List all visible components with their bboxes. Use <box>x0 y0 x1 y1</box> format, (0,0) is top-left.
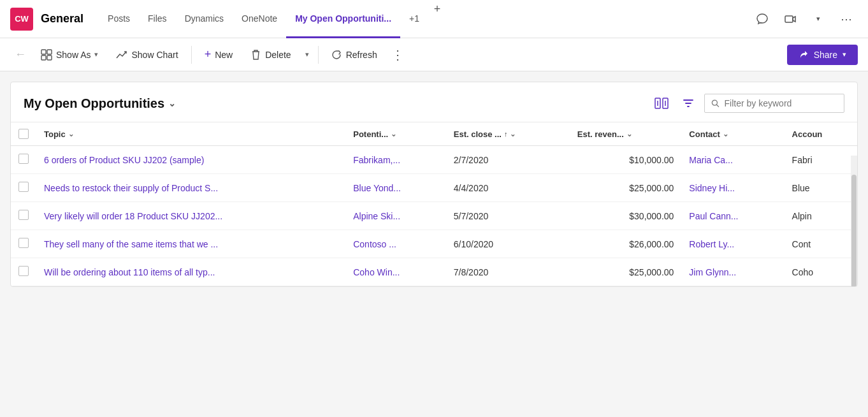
row-contact-link[interactable]: Sidney Hi... <box>689 183 735 193</box>
row-potential-link[interactable]: Alpine Ski... <box>353 211 400 221</box>
est-revenue-column-header[interactable]: Est. reven... ⌄ <box>570 122 682 146</box>
opportunities-panel: My Open Opportunities ⌄ <box>10 82 858 287</box>
show-chart-label: Show Chart <box>131 50 178 60</box>
table-wrapper: Topic ⌄ Potenti... ⌄ Est <box>11 122 857 286</box>
row-est-close: 6/10/2020 <box>446 230 570 258</box>
row-checkbox-cell <box>11 202 36 230</box>
est-revenue-column-label: Est. reven... <box>577 129 624 139</box>
row-potential-link[interactable]: Coho Win... <box>353 267 400 277</box>
search-icon <box>711 99 720 108</box>
more-vertical-icon: ⋮ <box>391 47 404 62</box>
row-checkbox-cell <box>11 230 36 258</box>
row-est-revenue: $25,000.00 <box>570 174 682 202</box>
svg-line-10 <box>717 105 719 106</box>
scrollbar-track[interactable] <box>851 156 857 286</box>
panel-title-chevron-icon[interactable]: ⌄ <box>168 98 176 108</box>
topic-column-header[interactable]: Topic ⌄ <box>36 122 345 146</box>
video-icon-button[interactable] <box>779 8 802 31</box>
row-topic-link[interactable]: Very likely will order 18 Product SKU JJ… <box>44 211 222 221</box>
row-contact: Paul Cann... <box>681 202 784 230</box>
est-close-column-header[interactable]: Est. close ... ↑ ⌄ <box>446 122 570 146</box>
row-est-close: 4/4/2020 <box>446 174 570 202</box>
nav-tab-dynamics[interactable]: Dynamics <box>176 1 233 38</box>
est-close-sort-icon: ↑ <box>504 130 508 138</box>
row-topic-link[interactable]: They sell many of the same items that we… <box>44 239 218 249</box>
nav-tab-my-open-opportuniti---[interactable]: My Open Opportuniti... <box>286 1 400 38</box>
svg-rect-2 <box>47 50 52 54</box>
potential-sort-icon: ⌄ <box>391 130 396 138</box>
table-header: Topic ⌄ Potenti... ⌄ Est <box>11 122 857 146</box>
refresh-icon <box>331 49 342 61</box>
row-account: Blue <box>785 174 857 202</box>
row-checkbox-cell <box>11 146 36 174</box>
filter-keyword-input[interactable] <box>725 98 837 108</box>
potential-column-header[interactable]: Potenti... ⌄ <box>345 122 446 146</box>
share-button[interactable]: Share ▾ <box>787 45 858 65</box>
show-chart-button[interactable]: Show Chart <box>108 45 185 64</box>
nav-tab-files[interactable]: Files <box>139 1 176 38</box>
row-potential-link[interactable]: Contoso ... <box>353 239 396 249</box>
delete-dropdown-button[interactable]: ▾ <box>301 47 313 62</box>
video-chevron-button[interactable]: ▾ <box>807 8 830 31</box>
account-column-header: Accoun <box>785 122 857 146</box>
delete-label: Delete <box>265 50 291 60</box>
toolbar-divider-2 <box>318 46 319 64</box>
topic-sort-icon: ⌄ <box>68 130 74 138</box>
show-as-button[interactable]: Show As ▾ <box>33 45 106 64</box>
delete-chevron-icon: ▾ <box>305 50 309 59</box>
row-potential: Alpine Ski... <box>345 202 446 230</box>
row-potential-link[interactable]: Fabrikam,... <box>353 155 400 165</box>
panel-title: My Open Opportunities ⌄ <box>24 96 176 111</box>
row-est-revenue: $10,000.00 <box>570 146 682 174</box>
row-contact: Sidney Hi... <box>681 174 784 202</box>
row-potential-link[interactable]: Blue Yond... <box>353 183 401 193</box>
row-topic-link[interactable]: 6 orders of Product SKU JJ202 (sample) <box>44 155 204 165</box>
scrollbar-thumb[interactable] <box>851 175 857 286</box>
row-topic: Very likely will order 18 Product SKU JJ… <box>36 202 345 230</box>
contact-column-header[interactable]: Contact ⌄ <box>681 122 784 146</box>
new-button[interactable]: + New <box>197 44 241 65</box>
table-row: Needs to restock their supply of Product… <box>11 174 857 202</box>
row-potential: Fabrikam,... <box>345 146 446 174</box>
delete-button[interactable]: Delete <box>243 45 298 64</box>
app-title: General <box>41 12 83 26</box>
row-checkbox[interactable] <box>18 238 29 248</box>
nav-tab-onenote[interactable]: OneNote <box>233 1 286 38</box>
row-contact-link[interactable]: Maria Ca... <box>689 155 732 165</box>
row-topic-link[interactable]: Will be ordering about 110 items of all … <box>44 267 215 277</box>
row-contact-link[interactable]: Robert Ly... <box>689 239 734 249</box>
show-as-icon <box>41 49 52 61</box>
row-contact-link[interactable]: Jim Glynn... <box>689 267 736 277</box>
row-checkbox-cell <box>11 174 36 202</box>
row-contact-link[interactable]: Paul Cann... <box>689 211 738 221</box>
more-icon: ⋯ <box>841 12 853 26</box>
nav-tab--1[interactable]: +1 <box>400 1 428 38</box>
row-topic: Needs to restock their supply of Product… <box>36 174 345 202</box>
contact-sort-icon: ⌄ <box>723 130 728 138</box>
toolbar-more-button[interactable]: ⋮ <box>387 45 408 65</box>
row-topic-link[interactable]: Needs to restock their supply of Product… <box>44 183 218 193</box>
select-all-column <box>11 122 36 146</box>
more-nav-button[interactable]: ⋯ <box>835 8 858 31</box>
nav-tab-posts[interactable]: Posts <box>99 1 139 38</box>
table-row: Will be ordering about 110 items of all … <box>11 258 857 286</box>
row-checkbox[interactable] <box>18 182 29 192</box>
add-tab-button[interactable]: + <box>428 0 446 18</box>
back-button[interactable]: ← <box>10 45 31 65</box>
row-checkbox[interactable] <box>18 210 29 220</box>
refresh-button[interactable]: Refresh <box>324 45 385 64</box>
chat-icon-button[interactable] <box>751 8 774 31</box>
est-revenue-sort-icon: ⌄ <box>626 130 632 138</box>
row-checkbox[interactable] <box>18 154 29 164</box>
filter-button[interactable] <box>677 92 699 114</box>
share-icon <box>799 50 809 60</box>
columns-config-button[interactable] <box>651 92 672 114</box>
row-est-revenue: $26,000.00 <box>570 230 682 258</box>
svg-rect-1 <box>41 50 46 54</box>
row-account: Alpin <box>785 202 857 230</box>
row-potential: Blue Yond... <box>345 174 446 202</box>
select-all-checkbox[interactable] <box>18 129 29 139</box>
row-potential: Contoso ... <box>345 230 446 258</box>
row-account: Fabri <box>785 146 857 174</box>
row-checkbox[interactable] <box>18 266 29 276</box>
